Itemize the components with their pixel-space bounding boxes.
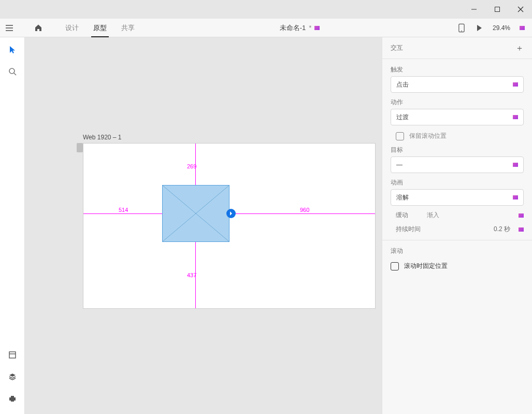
document-sync-swatch-icon bbox=[314, 26, 320, 30]
tool-rail bbox=[0, 37, 25, 414]
svg-point-9 bbox=[9, 68, 15, 74]
destination-select[interactable]: — bbox=[391, 156, 524, 173]
svg-rect-1 bbox=[495, 7, 499, 12]
trigger-label: 触发 bbox=[391, 65, 524, 74]
animation-value: 溶解 bbox=[396, 193, 409, 202]
main-area: Web 1920 – 1 269 437 514 960 交互 bbox=[0, 37, 532, 414]
scroll-section: 滚动 滚动时固定位置 bbox=[382, 240, 532, 277]
scroll-header: 滚动 bbox=[391, 247, 403, 255]
search-tool-icon[interactable] bbox=[6, 65, 19, 78]
document-modified-indicator: * bbox=[309, 24, 311, 32]
window-minimize-button[interactable] bbox=[462, 0, 485, 19]
action-label: 动作 bbox=[391, 98, 524, 107]
window-close-button[interactable] bbox=[509, 0, 532, 19]
zoom-level[interactable]: 29.4% bbox=[493, 24, 510, 32]
dimension-bottom: 437 bbox=[187, 272, 196, 278]
prototype-link-handle[interactable] bbox=[226, 209, 236, 218]
dimension-right: 960 bbox=[300, 207, 309, 213]
animation-label: 动画 bbox=[391, 178, 524, 187]
canvas[interactable]: Web 1920 – 1 269 437 514 960 bbox=[25, 37, 382, 414]
interaction-section: 交互 ＋ bbox=[382, 37, 532, 59]
duration-row[interactable]: 持续时间 0.2 秒 bbox=[396, 225, 524, 234]
tab-share[interactable]: 共享 bbox=[114, 19, 142, 37]
add-interaction-icon[interactable]: ＋ bbox=[515, 44, 524, 52]
dimension-left: 514 bbox=[119, 207, 128, 213]
header-swatch-icon bbox=[520, 26, 525, 30]
artboard-label[interactable]: Web 1920 – 1 bbox=[83, 134, 122, 141]
selected-rectangle[interactable] bbox=[162, 185, 229, 242]
easing-label: 缓动 bbox=[396, 211, 422, 220]
duration-value[interactable]: 0.2 秒 bbox=[427, 225, 513, 234]
interaction-details-section: 触发 点击 动作 过渡 保留滚动位置 目标 — 动画 bbox=[382, 59, 532, 240]
duration-label: 持续时间 bbox=[396, 225, 422, 234]
interaction-header: 交互 bbox=[391, 44, 403, 52]
svg-line-10 bbox=[14, 73, 16, 75]
preserve-scroll-checkbox[interactable] bbox=[396, 132, 404, 140]
hamburger-menu-icon[interactable] bbox=[0, 23, 19, 33]
document-name: 未命名-1 bbox=[280, 23, 306, 33]
fix-on-scroll-label: 滚动时固定位置 bbox=[404, 262, 448, 270]
home-icon[interactable] bbox=[29, 24, 48, 32]
artboard-home-marker[interactable] bbox=[77, 143, 83, 152]
tab-prototype[interactable]: 原型 bbox=[86, 19, 114, 37]
destination-value: — bbox=[396, 161, 402, 168]
trigger-select[interactable]: 点击 bbox=[391, 76, 524, 93]
swatch-icon bbox=[513, 195, 518, 199]
dimension-top: 269 bbox=[187, 163, 196, 169]
easing-value[interactable]: 渐入 bbox=[427, 211, 513, 220]
swatch-icon bbox=[513, 82, 518, 87]
preserve-scroll-row[interactable]: 保留滚动位置 bbox=[396, 132, 524, 140]
swatch-icon bbox=[513, 115, 518, 119]
svg-rect-11 bbox=[9, 352, 16, 358]
fix-on-scroll-row[interactable]: 滚动时固定位置 bbox=[391, 262, 524, 270]
layers-icon[interactable] bbox=[6, 370, 19, 383]
destination-label: 目标 bbox=[391, 146, 524, 154]
app-header: 设计 原型 共享 未命名-1* 29.4% bbox=[0, 19, 532, 37]
swatch-icon bbox=[519, 227, 524, 232]
window-titlebar bbox=[0, 0, 532, 19]
animation-select[interactable]: 溶解 bbox=[391, 189, 524, 206]
action-select[interactable]: 过渡 bbox=[391, 109, 524, 125]
plugins-icon[interactable] bbox=[6, 392, 19, 405]
artboard[interactable]: 269 437 514 960 bbox=[83, 143, 376, 309]
swatch-icon bbox=[519, 213, 524, 218]
preserve-scroll-label: 保留滚动位置 bbox=[409, 132, 447, 140]
easing-row[interactable]: 缓动 渐入 bbox=[396, 211, 524, 220]
swatch-icon bbox=[513, 163, 518, 167]
properties-panel: 交互 ＋ 触发 点击 动作 过渡 保留滚动位置 目标 bbox=[382, 37, 532, 414]
trigger-value: 点击 bbox=[396, 80, 409, 89]
fix-on-scroll-checkbox[interactable] bbox=[391, 262, 399, 270]
window-maximize-button[interactable] bbox=[485, 0, 509, 19]
document-title: 未命名-1* bbox=[142, 23, 457, 33]
device-preview-icon[interactable] bbox=[457, 24, 466, 32]
tab-design[interactable]: 设计 bbox=[58, 19, 86, 37]
play-icon[interactable] bbox=[475, 24, 483, 32]
svg-point-8 bbox=[461, 30, 462, 31]
mode-tabs: 设计 原型 共享 bbox=[58, 19, 142, 37]
libraries-icon[interactable] bbox=[6, 349, 19, 361]
action-value: 过渡 bbox=[396, 113, 409, 122]
select-tool-icon[interactable] bbox=[6, 44, 19, 56]
